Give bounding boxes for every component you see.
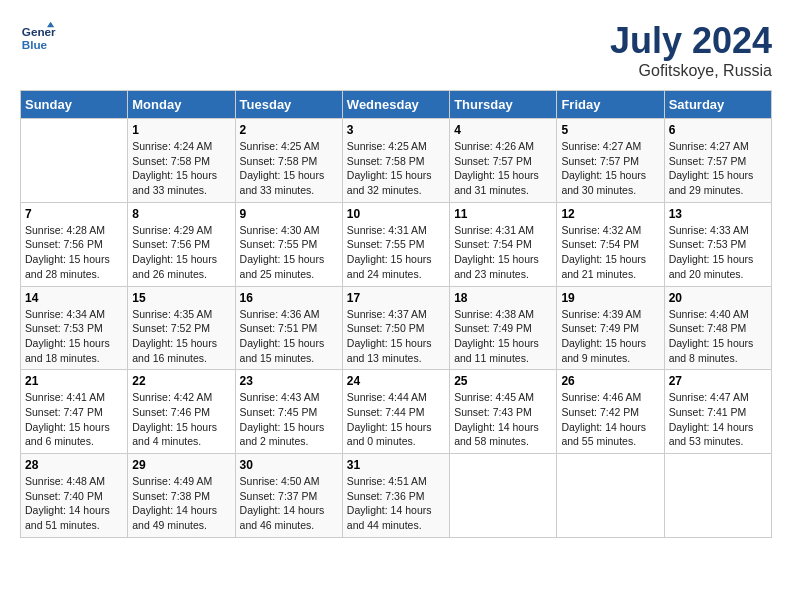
col-header-tuesday: Tuesday bbox=[235, 91, 342, 119]
day-info: Sunrise: 4:27 AMSunset: 7:57 PMDaylight:… bbox=[561, 139, 659, 198]
day-cell: 28Sunrise: 4:48 AMSunset: 7:40 PMDayligh… bbox=[21, 454, 128, 538]
day-cell bbox=[21, 119, 128, 203]
day-number: 24 bbox=[347, 374, 445, 388]
day-info: Sunrise: 4:32 AMSunset: 7:54 PMDaylight:… bbox=[561, 223, 659, 282]
day-info: Sunrise: 4:41 AMSunset: 7:47 PMDaylight:… bbox=[25, 390, 123, 449]
day-number: 4 bbox=[454, 123, 552, 137]
day-cell: 9Sunrise: 4:30 AMSunset: 7:55 PMDaylight… bbox=[235, 202, 342, 286]
day-info: Sunrise: 4:39 AMSunset: 7:49 PMDaylight:… bbox=[561, 307, 659, 366]
col-header-thursday: Thursday bbox=[450, 91, 557, 119]
day-cell: 21Sunrise: 4:41 AMSunset: 7:47 PMDayligh… bbox=[21, 370, 128, 454]
day-cell: 19Sunrise: 4:39 AMSunset: 7:49 PMDayligh… bbox=[557, 286, 664, 370]
day-info: Sunrise: 4:33 AMSunset: 7:53 PMDaylight:… bbox=[669, 223, 767, 282]
day-number: 8 bbox=[132, 207, 230, 221]
day-number: 20 bbox=[669, 291, 767, 305]
col-header-saturday: Saturday bbox=[664, 91, 771, 119]
day-info: Sunrise: 4:36 AMSunset: 7:51 PMDaylight:… bbox=[240, 307, 338, 366]
day-cell: 25Sunrise: 4:45 AMSunset: 7:43 PMDayligh… bbox=[450, 370, 557, 454]
title-area: July 2024 Gofitskoye, Russia bbox=[610, 20, 772, 80]
day-cell: 16Sunrise: 4:36 AMSunset: 7:51 PMDayligh… bbox=[235, 286, 342, 370]
day-info: Sunrise: 4:31 AMSunset: 7:54 PMDaylight:… bbox=[454, 223, 552, 282]
day-number: 19 bbox=[561, 291, 659, 305]
day-number: 1 bbox=[132, 123, 230, 137]
day-number: 17 bbox=[347, 291, 445, 305]
day-cell: 2Sunrise: 4:25 AMSunset: 7:58 PMDaylight… bbox=[235, 119, 342, 203]
day-info: Sunrise: 4:45 AMSunset: 7:43 PMDaylight:… bbox=[454, 390, 552, 449]
day-number: 26 bbox=[561, 374, 659, 388]
day-cell: 10Sunrise: 4:31 AMSunset: 7:55 PMDayligh… bbox=[342, 202, 449, 286]
day-number: 21 bbox=[25, 374, 123, 388]
day-info: Sunrise: 4:43 AMSunset: 7:45 PMDaylight:… bbox=[240, 390, 338, 449]
day-cell: 30Sunrise: 4:50 AMSunset: 7:37 PMDayligh… bbox=[235, 454, 342, 538]
col-header-wednesday: Wednesday bbox=[342, 91, 449, 119]
day-info: Sunrise: 4:46 AMSunset: 7:42 PMDaylight:… bbox=[561, 390, 659, 449]
day-cell: 15Sunrise: 4:35 AMSunset: 7:52 PMDayligh… bbox=[128, 286, 235, 370]
day-cell bbox=[557, 454, 664, 538]
day-cell: 3Sunrise: 4:25 AMSunset: 7:58 PMDaylight… bbox=[342, 119, 449, 203]
day-info: Sunrise: 4:40 AMSunset: 7:48 PMDaylight:… bbox=[669, 307, 767, 366]
day-info: Sunrise: 4:44 AMSunset: 7:44 PMDaylight:… bbox=[347, 390, 445, 449]
day-number: 31 bbox=[347, 458, 445, 472]
week-row-2: 7Sunrise: 4:28 AMSunset: 7:56 PMDaylight… bbox=[21, 202, 772, 286]
day-info: Sunrise: 4:27 AMSunset: 7:57 PMDaylight:… bbox=[669, 139, 767, 198]
day-number: 6 bbox=[669, 123, 767, 137]
day-cell: 23Sunrise: 4:43 AMSunset: 7:45 PMDayligh… bbox=[235, 370, 342, 454]
day-cell: 29Sunrise: 4:49 AMSunset: 7:38 PMDayligh… bbox=[128, 454, 235, 538]
week-row-4: 21Sunrise: 4:41 AMSunset: 7:47 PMDayligh… bbox=[21, 370, 772, 454]
day-info: Sunrise: 4:26 AMSunset: 7:57 PMDaylight:… bbox=[454, 139, 552, 198]
day-number: 29 bbox=[132, 458, 230, 472]
logo: General Blue bbox=[20, 20, 56, 56]
day-info: Sunrise: 4:51 AMSunset: 7:36 PMDaylight:… bbox=[347, 474, 445, 533]
day-cell bbox=[450, 454, 557, 538]
day-number: 18 bbox=[454, 291, 552, 305]
subtitle: Gofitskoye, Russia bbox=[610, 62, 772, 80]
day-info: Sunrise: 4:25 AMSunset: 7:58 PMDaylight:… bbox=[240, 139, 338, 198]
svg-text:Blue: Blue bbox=[22, 38, 48, 51]
day-cell bbox=[664, 454, 771, 538]
day-cell: 5Sunrise: 4:27 AMSunset: 7:57 PMDaylight… bbox=[557, 119, 664, 203]
day-cell: 24Sunrise: 4:44 AMSunset: 7:44 PMDayligh… bbox=[342, 370, 449, 454]
day-number: 14 bbox=[25, 291, 123, 305]
day-info: Sunrise: 4:24 AMSunset: 7:58 PMDaylight:… bbox=[132, 139, 230, 198]
day-cell: 11Sunrise: 4:31 AMSunset: 7:54 PMDayligh… bbox=[450, 202, 557, 286]
day-number: 23 bbox=[240, 374, 338, 388]
day-number: 2 bbox=[240, 123, 338, 137]
day-cell: 18Sunrise: 4:38 AMSunset: 7:49 PMDayligh… bbox=[450, 286, 557, 370]
day-number: 30 bbox=[240, 458, 338, 472]
day-cell: 6Sunrise: 4:27 AMSunset: 7:57 PMDaylight… bbox=[664, 119, 771, 203]
day-info: Sunrise: 4:37 AMSunset: 7:50 PMDaylight:… bbox=[347, 307, 445, 366]
day-number: 12 bbox=[561, 207, 659, 221]
day-info: Sunrise: 4:50 AMSunset: 7:37 PMDaylight:… bbox=[240, 474, 338, 533]
day-info: Sunrise: 4:31 AMSunset: 7:55 PMDaylight:… bbox=[347, 223, 445, 282]
col-header-sunday: Sunday bbox=[21, 91, 128, 119]
day-number: 28 bbox=[25, 458, 123, 472]
week-row-5: 28Sunrise: 4:48 AMSunset: 7:40 PMDayligh… bbox=[21, 454, 772, 538]
day-number: 13 bbox=[669, 207, 767, 221]
week-row-1: 1Sunrise: 4:24 AMSunset: 7:58 PMDaylight… bbox=[21, 119, 772, 203]
day-info: Sunrise: 4:48 AMSunset: 7:40 PMDaylight:… bbox=[25, 474, 123, 533]
day-number: 9 bbox=[240, 207, 338, 221]
day-info: Sunrise: 4:30 AMSunset: 7:55 PMDaylight:… bbox=[240, 223, 338, 282]
day-number: 10 bbox=[347, 207, 445, 221]
day-cell: 7Sunrise: 4:28 AMSunset: 7:56 PMDaylight… bbox=[21, 202, 128, 286]
main-title: July 2024 bbox=[610, 20, 772, 62]
day-number: 11 bbox=[454, 207, 552, 221]
day-number: 27 bbox=[669, 374, 767, 388]
day-info: Sunrise: 4:28 AMSunset: 7:56 PMDaylight:… bbox=[25, 223, 123, 282]
day-cell: 1Sunrise: 4:24 AMSunset: 7:58 PMDaylight… bbox=[128, 119, 235, 203]
day-info: Sunrise: 4:42 AMSunset: 7:46 PMDaylight:… bbox=[132, 390, 230, 449]
day-number: 22 bbox=[132, 374, 230, 388]
day-cell: 8Sunrise: 4:29 AMSunset: 7:56 PMDaylight… bbox=[128, 202, 235, 286]
day-cell: 22Sunrise: 4:42 AMSunset: 7:46 PMDayligh… bbox=[128, 370, 235, 454]
col-header-friday: Friday bbox=[557, 91, 664, 119]
col-header-monday: Monday bbox=[128, 91, 235, 119]
header-row: SundayMondayTuesdayWednesdayThursdayFrid… bbox=[21, 91, 772, 119]
day-cell: 31Sunrise: 4:51 AMSunset: 7:36 PMDayligh… bbox=[342, 454, 449, 538]
day-cell: 20Sunrise: 4:40 AMSunset: 7:48 PMDayligh… bbox=[664, 286, 771, 370]
day-cell: 27Sunrise: 4:47 AMSunset: 7:41 PMDayligh… bbox=[664, 370, 771, 454]
day-cell: 4Sunrise: 4:26 AMSunset: 7:57 PMDaylight… bbox=[450, 119, 557, 203]
day-number: 7 bbox=[25, 207, 123, 221]
week-row-3: 14Sunrise: 4:34 AMSunset: 7:53 PMDayligh… bbox=[21, 286, 772, 370]
day-number: 15 bbox=[132, 291, 230, 305]
day-info: Sunrise: 4:38 AMSunset: 7:49 PMDaylight:… bbox=[454, 307, 552, 366]
